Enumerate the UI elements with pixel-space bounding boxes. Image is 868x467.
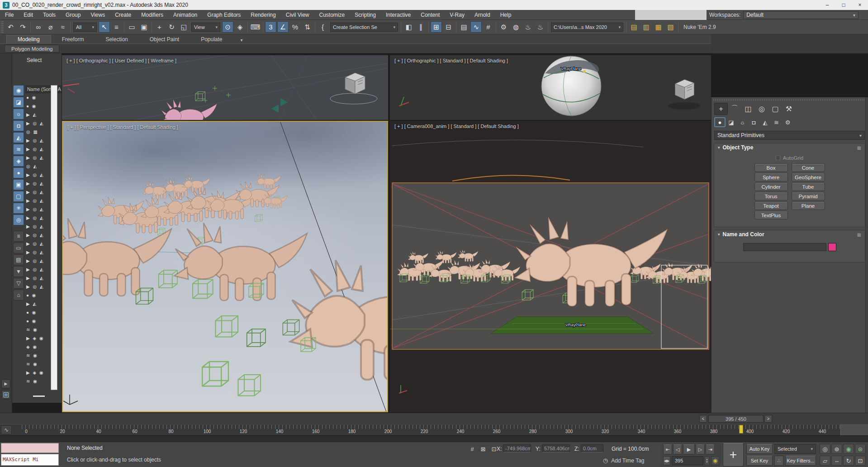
menu-item[interactable]: File xyxy=(0,10,19,20)
menu-item[interactable]: Customize xyxy=(314,10,350,20)
scene-explorer-row[interactable]: ≋ ◉ xyxy=(25,351,51,360)
folder-icon[interactable]: ⌂ xyxy=(13,290,24,300)
align-button[interactable]: ∥ xyxy=(415,21,427,33)
polygon-modeling-panel-button[interactable]: Polygon Modeling xyxy=(5,45,59,52)
scene-explorer-row[interactable]: ▶ ◎ ◭ xyxy=(25,119,51,128)
scene-explorer-row[interactable]: ▶ ◎ ◭ xyxy=(25,274,51,282)
frame-step-icon[interactable]: ◀▶ xyxy=(663,456,670,465)
tab-utilities[interactable]: ⚒ xyxy=(782,103,796,115)
view-blank-icon[interactable]: ▭ xyxy=(13,243,24,253)
mirror-button[interactable]: ◧ xyxy=(403,21,414,33)
edit-named-selection-sets-button[interactable]: { xyxy=(317,21,328,33)
minimize-button[interactable]: – xyxy=(819,0,835,10)
viewport-ortho-wireframe[interactable]: [ + ] [ Orthographic ] [ User Defined ] … xyxy=(62,55,388,120)
create-helpers-icon[interactable]: ◭ xyxy=(759,117,771,127)
key-filters-button[interactable]: Key Filters... xyxy=(785,456,816,466)
object-type-button[interactable]: Plane xyxy=(792,201,825,210)
window-crossing-toggle[interactable]: ▣ xyxy=(138,21,150,33)
ribbon-overflow-button[interactable]: ▾ xyxy=(237,37,247,43)
orbit-icon[interactable]: ↻ xyxy=(843,456,854,466)
scene-explorer-row[interactable]: ● ◉ xyxy=(25,93,51,102)
zoom-extents-icon[interactable]: ◉ xyxy=(843,444,854,454)
maximize-button[interactable]: □ xyxy=(835,0,852,10)
autogrid-checkbox[interactable] xyxy=(776,156,780,160)
scene-explorer-row[interactable]: ▶ ◎ ◭ xyxy=(25,196,51,205)
menu-item[interactable]: Create xyxy=(110,10,136,20)
schematic-view-button[interactable]: # xyxy=(483,21,494,33)
play-animation-button[interactable]: ▶ xyxy=(683,444,695,454)
named-selection-sets-dropdown[interactable]: Create Selection Se▾ xyxy=(330,23,398,32)
menu-item[interactable]: Rendering xyxy=(246,10,280,20)
ribbon-tab[interactable]: Modeling xyxy=(6,35,51,43)
scene-explorer-row[interactable]: ◈ ◉ xyxy=(25,343,51,351)
render-setup-button[interactable]: ⚙ xyxy=(498,21,509,33)
menu-item[interactable]: Modifiers xyxy=(136,10,168,20)
selection-lock-icon[interactable]: ⊠ xyxy=(478,444,488,454)
scene-explorer-row[interactable]: ≋ ◉ xyxy=(25,325,51,334)
select-and-move-button[interactable]: + xyxy=(154,21,165,33)
auto-key-button[interactable]: Auto Key xyxy=(746,444,773,454)
select-and-scale-button[interactable]: ◱ xyxy=(178,21,190,33)
object-name-field[interactable] xyxy=(743,243,826,251)
isolate-selection-icon[interactable]: # xyxy=(467,444,477,454)
zoom-region-icon[interactable]: ▱ xyxy=(820,456,830,466)
scene-explorer-row[interactable]: ▶ ◎ ◭ xyxy=(25,239,51,248)
timeline-ruler[interactable]: ∿ 02040608010012014016018020022024026028… xyxy=(0,424,868,435)
viewport-label[interactable]: [ + ] [ Orthographic ] [ User Defined ] … xyxy=(66,58,176,63)
filter-containers-icon[interactable]: ▢ xyxy=(13,191,24,202)
track-bar[interactable] xyxy=(0,435,868,442)
viewport-label[interactable]: [ + ] [ Perspective ] [ Standard ] [ Def… xyxy=(67,124,178,130)
view-list-icon[interactable]: ≡ xyxy=(13,231,24,242)
go-to-end-button[interactable]: ⇥ xyxy=(706,444,715,454)
scene-explorer-row[interactable]: ▶ ◎ ◭ xyxy=(25,222,51,231)
create-lights-icon[interactable]: ☼ xyxy=(737,117,748,127)
object-type-button[interactable]: Tube xyxy=(792,182,825,191)
select-and-rotate-button[interactable]: ↻ xyxy=(166,21,177,33)
filter-groups-icon[interactable]: ◈ xyxy=(13,156,24,167)
bind-to-space-warp-icon[interactable]: ≈ xyxy=(57,21,68,33)
ribbon-tab[interactable]: Freeform xyxy=(51,35,95,43)
filter-particles-icon[interactable]: ✳ xyxy=(13,203,24,214)
scene-explorer-row[interactable]: ◎ ▦ xyxy=(25,128,51,136)
scene-explorer-row[interactable]: ▶ ◎ ◭ xyxy=(25,248,51,257)
workspaces-dropdown[interactable]: Default ▾ xyxy=(743,11,859,19)
viewport-label[interactable]: [ + ] [ Camera008_anim ] [ Standard ] [ … xyxy=(394,124,519,129)
create-geometry-icon[interactable]: ● xyxy=(714,117,726,127)
scene-explorer-row[interactable]: ▶ ◭ xyxy=(25,110,51,119)
menu-item[interactable]: Arnold xyxy=(470,10,495,20)
angle-snap-toggle[interactable]: ∠ xyxy=(277,21,289,33)
menu-item[interactable]: Graph Editors xyxy=(202,10,246,20)
set-keys-button[interactable]: + xyxy=(723,443,744,467)
create-cameras-icon[interactable]: ◘ xyxy=(748,117,759,127)
render-production-button[interactable]: ♨ xyxy=(522,21,534,33)
menu-item[interactable]: V-Ray xyxy=(445,10,470,20)
expand-panel-button[interactable]: ▶ xyxy=(1,379,10,388)
scene-explorer-row[interactable]: ● ◉ xyxy=(25,102,51,110)
select-and-manipulate-button[interactable]: ◈ xyxy=(234,21,246,33)
rollout-header[interactable]: ▾ Name and Color ▦ xyxy=(714,230,865,238)
redo-icon[interactable]: ↷ xyxy=(17,21,28,33)
scene-explorer-row[interactable]: ● ◉ xyxy=(25,317,51,325)
toggle-layer-explorer-button[interactable]: ⊟ xyxy=(443,21,454,33)
pin-icon[interactable]: ▦ xyxy=(857,145,861,150)
set-key-button[interactable]: Set Key xyxy=(746,456,773,466)
percent-snap-toggle[interactable]: % xyxy=(289,21,301,33)
scene-explorer-title[interactable]: Select xyxy=(27,57,42,63)
scene-explorer-row[interactable]: ▶ ◎ ◭ xyxy=(25,153,51,162)
primitive-category-dropdown[interactable]: Standard Primitives ▾ xyxy=(714,131,865,140)
object-type-button[interactable]: Cone xyxy=(792,163,825,172)
unlink-selection-icon[interactable]: ⌀ xyxy=(45,21,56,33)
key-selection-dropdown[interactable]: Selected ▾ xyxy=(774,444,816,454)
menu-item[interactable]: Animation xyxy=(168,10,202,20)
filter-xrefs-icon[interactable]: ● xyxy=(13,167,24,178)
scene-explorer-row[interactable]: ▶ ◎ ◭ xyxy=(25,188,51,196)
project-folder-dropdown[interactable]: C:\Users\a...s Max 2020▾ xyxy=(551,23,623,32)
undo-icon[interactable]: ↶ xyxy=(5,21,16,33)
object-type-button[interactable]: Pyramid xyxy=(792,192,825,200)
viewport-layout-tabs-icon[interactable]: ⊞ xyxy=(1,390,10,399)
zoom-icon[interactable]: ◎ xyxy=(820,444,830,454)
pan-icon[interactable]: ⇔ xyxy=(831,456,842,466)
script-listener-button[interactable]: ▤ xyxy=(628,21,640,33)
next-frame-arrow[interactable]: > xyxy=(764,415,772,423)
object-type-button[interactable]: Torus xyxy=(754,192,788,200)
